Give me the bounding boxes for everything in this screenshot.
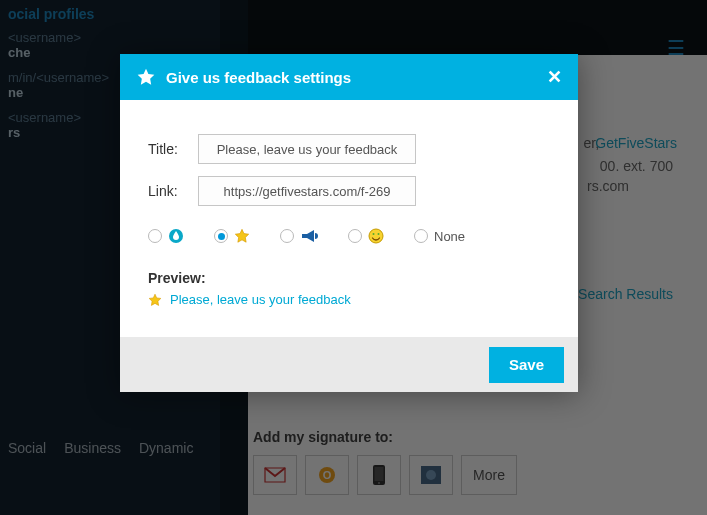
radio[interactable] — [348, 229, 362, 243]
feedback-settings-dialog: Give us feedback settings ✕ Title: Link: — [120, 54, 578, 392]
preview-link[interactable]: Please, leave us your feedback — [170, 292, 351, 307]
drop-icon — [168, 228, 184, 244]
star-icon — [136, 67, 156, 87]
close-icon[interactable]: ✕ — [547, 66, 562, 88]
radio[interactable] — [148, 229, 162, 243]
link-label: Link: — [148, 183, 198, 199]
radio[interactable] — [280, 229, 294, 243]
preview: Please, leave us your feedback — [148, 292, 550, 307]
svg-point-10 — [378, 233, 380, 235]
link-input[interactable] — [198, 176, 416, 206]
option-megaphone[interactable] — [280, 228, 318, 244]
dialog-body: Title: Link: — [120, 100, 578, 337]
radio[interactable] — [214, 229, 228, 243]
save-button[interactable]: Save — [489, 347, 564, 383]
icon-options: None — [148, 228, 550, 244]
title-input[interactable] — [198, 134, 416, 164]
title-label: Title: — [148, 141, 198, 157]
field-title: Title: — [148, 134, 550, 164]
dialog-header: Give us feedback settings ✕ — [120, 54, 578, 100]
preview-heading: Preview: — [148, 270, 550, 286]
radio[interactable] — [414, 229, 428, 243]
option-smile[interactable] — [348, 228, 384, 244]
option-none[interactable]: None — [414, 229, 465, 244]
megaphone-icon — [300, 228, 318, 244]
option-star[interactable] — [214, 228, 250, 244]
dialog-footer: Save — [120, 337, 578, 392]
star-icon — [148, 293, 162, 307]
field-link: Link: — [148, 176, 550, 206]
option-drop[interactable] — [148, 228, 184, 244]
svg-point-9 — [373, 233, 375, 235]
star-icon — [234, 228, 250, 244]
smile-icon — [368, 228, 384, 244]
dialog-title: Give us feedback settings — [166, 69, 351, 86]
svg-point-8 — [369, 229, 383, 243]
none-label: None — [434, 229, 465, 244]
